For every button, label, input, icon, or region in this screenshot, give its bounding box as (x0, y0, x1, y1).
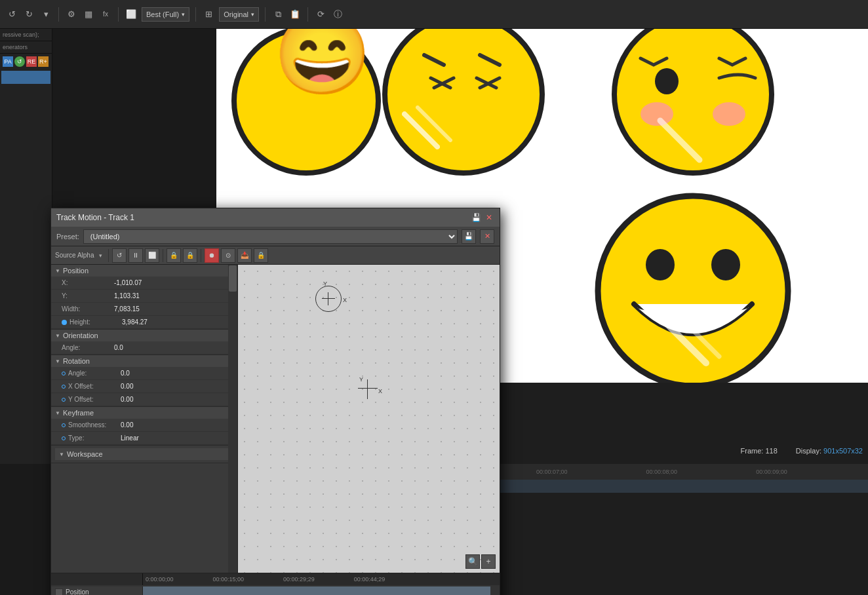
height-value: 3,984.27 (122, 318, 148, 326)
orient-angle-label: Angle: (62, 344, 114, 351)
display-info: Display: 901x507x32 (796, 447, 863, 455)
dot-grid (238, 265, 500, 573)
rot-xoffset-row: X Offset: 0.00 (51, 380, 237, 393)
dialog-save-btn[interactable]: 💾 (471, 212, 481, 223)
workspace-header[interactable]: ▼ Workspace (55, 448, 233, 460)
keyframe-header[interactable]: ▼ Keyframe (51, 407, 237, 419)
track-btn-2[interactable]: ⏸ (128, 248, 143, 263)
menu-icon[interactable]: ▾ (39, 8, 52, 21)
smoothness-label: Smoothness: (68, 421, 121, 429)
position-header[interactable]: ▼ Position (51, 265, 237, 277)
keyframe-label: Keyframe (63, 409, 94, 417)
tracker-crossv (328, 292, 328, 305)
track-btn-6[interactable]: ⊙ (221, 248, 235, 263)
rot-yoffset-row: Y Offset: 0.00 (51, 393, 237, 406)
orient-angle-value: 0.0 (114, 344, 123, 351)
dialog-timeline: 0:00:00;00 00:00:15;00 00:00:29;29 00:00… (51, 573, 500, 595)
svg-point-20 (598, 196, 788, 383)
smoothness-value: 0.00 (121, 421, 133, 429)
track-btn-8[interactable]: 🔒 (254, 248, 268, 263)
position-check[interactable] (55, 588, 63, 596)
fx-icon[interactable]: fx (99, 8, 112, 21)
dialog-titlebar: Track Motion - Track 1 💾 ✕ (51, 208, 500, 227)
pa-btn[interactable]: PA (3, 56, 13, 67)
undo-icon[interactable]: ↺ (5, 8, 18, 21)
sep5 (307, 7, 308, 22)
orientation-header[interactable]: ▼ Orientation (51, 330, 237, 341)
sidebar-text-2: enerators (0, 41, 52, 54)
svg-point-3 (385, 29, 542, 173)
height-dot (62, 320, 67, 325)
transform-icon[interactable]: ⬜ (125, 8, 138, 21)
timeline-tracks: Position 2D Shadow 2D Glow (51, 585, 500, 595)
dialog-close-btn[interactable]: ✕ (484, 212, 494, 223)
sep4 (265, 7, 266, 22)
workspace-label: Workspace (67, 450, 103, 458)
layout-icon[interactable]: ▦ (82, 8, 95, 21)
tracker-label-y: Y (323, 280, 327, 287)
svg-point-22 (711, 249, 740, 280)
left-sidebar: ressive scan); enerators PA ↺ RE R+ (0, 29, 52, 464)
orientation-arrow: ▼ (55, 333, 60, 339)
rot-xoffset-value: 0.00 (121, 383, 133, 390)
orientation-section: ▼ Orientation Angle: 0.0 (51, 330, 237, 355)
re-btn[interactable]: RE (26, 56, 37, 67)
workspace-section: ▼ Workspace (51, 446, 237, 463)
svg-point-13 (641, 102, 673, 126)
track-btn-3[interactable]: ⬜ (145, 248, 159, 263)
add-btn[interactable]: + (481, 554, 496, 569)
timeline-ruler-spacer (51, 573, 143, 585)
settings-icon[interactable]: ⚙ (65, 8, 78, 21)
type-label: Type: (68, 434, 121, 442)
preset-save-btn[interactable]: 💾 (462, 229, 476, 244)
dialog-preset-bar: Preset: (Untitled) 💾 ✕ (51, 227, 500, 246)
y-value: 1,103.31 (114, 292, 140, 299)
svg-point-21 (646, 249, 675, 280)
refresh-icon[interactable]: ⟳ (314, 8, 327, 21)
view-dropdown[interactable]: Original▾ (219, 7, 259, 22)
x-label: X: (62, 279, 114, 286)
track-row-position: Position (51, 586, 500, 595)
redo-icon[interactable]: ↻ (22, 8, 35, 21)
track-content-position (143, 586, 490, 595)
width-label: Width: (62, 305, 114, 313)
type-dot (62, 436, 66, 440)
info-icon[interactable]: ⓘ (331, 8, 344, 21)
grid-icon[interactable]: ⊞ (202, 8, 215, 21)
track-btn-7[interactable]: 📥 (237, 248, 252, 263)
quality-dropdown[interactable]: Best (Full)▾ (142, 7, 189, 22)
r-plus-btn[interactable]: R+ (38, 56, 49, 67)
preset-close-btn[interactable]: ✕ (480, 229, 494, 244)
keyframe-arrow: ▼ (55, 410, 60, 416)
sidebar-text-1: ressive scan); (0, 29, 52, 41)
track-btn-4[interactable]: 🔒 (167, 248, 181, 263)
paste-icon[interactable]: 📋 (288, 8, 302, 21)
track-label-position: Position (51, 586, 143, 595)
props-scrollbar[interactable] (228, 265, 237, 573)
rotation-header[interactable]: ▼ Rotation (51, 355, 237, 367)
dialog-title: Track Motion - Track 1 (56, 213, 134, 222)
tracker-circle[interactable] (315, 286, 342, 312)
y-label: Y: (62, 292, 114, 299)
rotation-arrow: ▼ (55, 358, 60, 364)
x-row: X: -1,010.07 (51, 277, 237, 290)
height-label: Height: (69, 318, 122, 326)
sidebar-blue-bar[interactable] (1, 71, 50, 84)
orientation-label: Orientation (63, 332, 98, 339)
props-scroll[interactable]: ▼ Position X: -1,010.07 Y: 1,103.31 Widt… (51, 265, 237, 573)
height-row: Height: 3,984.27 (51, 316, 237, 329)
copy-icon[interactable]: ⧉ (271, 8, 285, 21)
zoom-btn[interactable]: 🔍 (465, 554, 480, 569)
properties-panel: ▼ Position X: -1,010.07 Y: 1,103.31 Widt… (51, 265, 238, 573)
type-value: Linear (121, 434, 139, 442)
preset-dropdown[interactable]: (Untitled) (83, 229, 458, 244)
track-btn-5[interactable]: 🔒 (183, 248, 197, 263)
rotation-label: Rotation (63, 357, 90, 365)
refresh-small-btn[interactable]: ↺ (14, 56, 25, 67)
top-toolbar: ↺ ↻ ▾ ⚙ ▦ fx ⬜ Best (Full)▾ ⊞ Original▾ … (0, 0, 868, 29)
position-section: ▼ Position X: -1,010.07 Y: 1,103.31 Widt… (51, 265, 237, 330)
track-rec-btn[interactable]: ⏺ (205, 248, 219, 263)
svg-text:😄: 😄 (273, 29, 372, 101)
track-btn-1[interactable]: ↺ (112, 248, 127, 263)
orient-angle-row: Angle: 0.0 (51, 341, 237, 355)
